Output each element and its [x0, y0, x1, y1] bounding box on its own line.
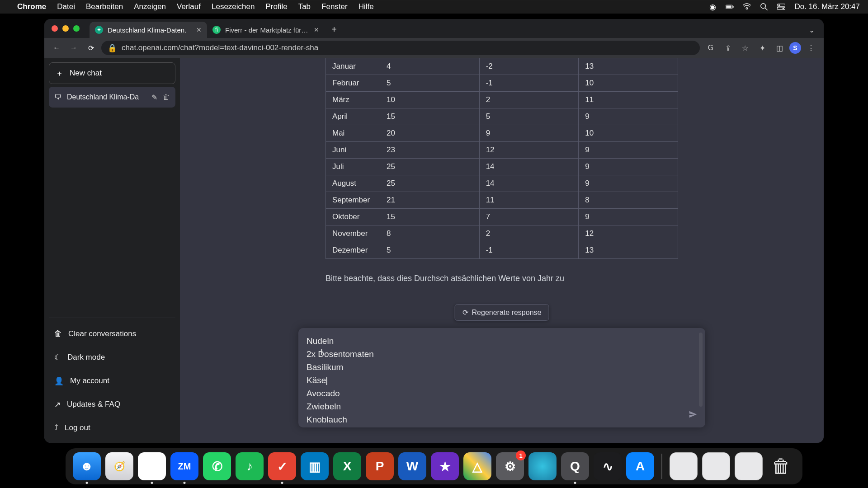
conversation-item[interactable]: 🗨 Deutschland Klima-Da ✎ 🗑: [49, 87, 175, 108]
table-row: Dezember5-113: [326, 242, 678, 259]
input-scrollbar[interactable]: [699, 333, 703, 407]
table-cell: 9: [479, 125, 579, 142]
user-icon: 👤: [54, 376, 64, 386]
status-wifi-icon[interactable]: [743, 3, 751, 11]
dock-app-whatsapp[interactable]: ✆: [203, 452, 231, 480]
menubar-right: ◉ Do. 16. März 20:47: [708, 2, 860, 11]
send-icon[interactable]: [688, 409, 698, 421]
conversation-title: Deutschland Klima-Da: [67, 93, 146, 101]
logout-button[interactable]: ⤴ Log out: [49, 418, 175, 438]
svg-point-8: [783, 8, 784, 9]
share-icon[interactable]: ⇪: [721, 41, 735, 55]
rename-icon[interactable]: ✎: [151, 93, 157, 102]
browser-tab[interactable]: ✦Deutschland Klima-Daten.✕: [90, 22, 207, 38]
table-cell: November: [326, 225, 380, 242]
table-cell: 9: [579, 209, 678, 225]
dock-app-trello[interactable]: ▥: [301, 452, 329, 480]
dock-app-spotify[interactable]: ♪: [236, 452, 264, 480]
refresh-icon: ⟳: [462, 308, 468, 317]
profile-avatar[interactable]: S: [789, 42, 801, 54]
omnibox[interactable]: 🔒 chat.openai.com/chat?model=text-davinc…: [101, 41, 700, 55]
dock-app-excel[interactable]: X: [333, 452, 361, 480]
dock-trash[interactable]: 🗑: [767, 452, 795, 480]
new-chat-label: New chat: [70, 69, 102, 78]
menu-hilfe[interactable]: Hilfe: [359, 2, 374, 11]
menu-fenster[interactable]: Fenster: [321, 2, 348, 11]
table-row: Januar4-213: [326, 58, 678, 75]
dock-app-voice[interactable]: ∿: [594, 452, 622, 480]
extensions-icon[interactable]: ✦: [755, 41, 769, 55]
menu-datei[interactable]: Datei: [57, 2, 75, 11]
chatgpt-sidebar: ＋ New chat 🗨 Deutschland Klima-Da ✎ 🗑 🗑 …: [44, 58, 180, 443]
nav-reload-button[interactable]: ⟳: [84, 41, 98, 55]
table-cell: Juni: [326, 142, 380, 159]
svg-point-6: [778, 5, 780, 6]
dock-app-word[interactable]: W: [398, 452, 426, 480]
table-cell: Januar: [326, 58, 380, 75]
sidepanel-icon[interactable]: ◫: [772, 41, 787, 55]
menu-lesezeichen[interactable]: Lesezeichen: [212, 2, 255, 11]
menu-tab[interactable]: Tab: [298, 2, 311, 11]
dock-app-imovie[interactable]: ★: [431, 452, 459, 480]
dock-app-appstore[interactable]: A: [626, 452, 654, 480]
status-record-icon[interactable]: ◉: [708, 3, 717, 11]
table-row: Februar5-110: [326, 75, 678, 92]
table-cell: 5: [380, 75, 480, 92]
menu-bearbeiten[interactable]: Bearbeiten: [86, 2, 123, 11]
status-battery-icon[interactable]: [726, 3, 734, 11]
nav-back-button[interactable]: ←: [50, 41, 63, 55]
dock-app-chrome[interactable]: ◉: [138, 452, 166, 480]
delete-icon[interactable]: 🗑: [163, 93, 170, 101]
chat-input[interactable]: Nudeln2x DosentomatenBasilikumKäseAvocad…: [298, 328, 705, 427]
tab-bar: ✦Deutschland Klima-Daten.✕fiFiverr - der…: [44, 19, 824, 38]
tab-close-icon[interactable]: ✕: [314, 26, 319, 33]
table-cell: 25: [380, 175, 480, 192]
dock-app-siri[interactable]: [528, 452, 557, 480]
status-search-icon[interactable]: [760, 3, 768, 11]
dock-app-drive[interactable]: △: [463, 452, 491, 480]
browser-tab[interactable]: fiFiverr - der Marktplatz für Fre…✕: [207, 22, 325, 38]
status-datetime[interactable]: Do. 16. März 20:47: [794, 2, 860, 11]
google-account-icon[interactable]: G: [703, 41, 718, 55]
bookmark-icon[interactable]: ☆: [738, 41, 752, 55]
my-account-button[interactable]: 👤 My account: [49, 371, 175, 391]
table-cell: März: [326, 92, 380, 108]
status-control-center-icon[interactable]: [777, 3, 785, 11]
dock-minimized-window[interactable]: [670, 452, 698, 480]
window-minimize-button[interactable]: [62, 25, 69, 32]
table-cell: Juli: [326, 159, 380, 175]
regenerate-response-button[interactable]: ⟳ Regenerate response: [455, 304, 549, 321]
window-close-button[interactable]: [52, 25, 58, 32]
dock-app-finder[interactable]: ☻: [73, 452, 101, 480]
menu-verlauf[interactable]: Verlauf: [177, 2, 201, 11]
updates-faq-button[interactable]: ↗ Updates & FAQ: [49, 394, 175, 415]
dock-app-safari[interactable]: 🧭: [105, 452, 133, 480]
menubar-app[interactable]: Chrome: [17, 2, 46, 11]
dark-mode-button[interactable]: ☾ Dark mode: [49, 347, 175, 368]
chrome-menu-icon[interactable]: ⋮: [804, 41, 818, 55]
menu-anzeigen[interactable]: Anzeigen: [134, 2, 166, 11]
table-row: April1559: [326, 108, 678, 125]
menu-profile[interactable]: Profile: [265, 2, 287, 11]
moon-icon: ☾: [54, 353, 61, 362]
new-chat-button[interactable]: ＋ New chat: [49, 62, 175, 84]
tabs-overflow-icon[interactable]: ⌄: [809, 26, 815, 34]
dock-minimized-window[interactable]: [735, 452, 763, 480]
clear-conversations-button[interactable]: 🗑 Clear conversations: [49, 324, 175, 344]
svg-rect-7: [777, 7, 785, 9]
window-maximize-button[interactable]: [73, 25, 80, 32]
table-cell: 5: [479, 108, 579, 125]
tab-favicon-icon: fi: [212, 26, 221, 34]
dock-app-quicktime[interactable]: Q: [561, 452, 589, 480]
dock-app-todoist[interactable]: ✓: [268, 452, 296, 480]
table-cell: 2: [479, 92, 579, 108]
dock-app-zoom[interactable]: ZM: [170, 452, 198, 480]
dock-app-powerpoint[interactable]: P: [366, 452, 394, 480]
table-cell: 12: [579, 225, 678, 242]
new-tab-button[interactable]: +: [327, 23, 341, 36]
tab-close-icon[interactable]: ✕: [196, 26, 202, 33]
dock-minimized-window[interactable]: [702, 452, 730, 480]
dock-app-settings[interactable]: ⚙1: [496, 452, 524, 480]
table-row: November8212: [326, 225, 678, 242]
table-cell: 8: [380, 225, 480, 242]
